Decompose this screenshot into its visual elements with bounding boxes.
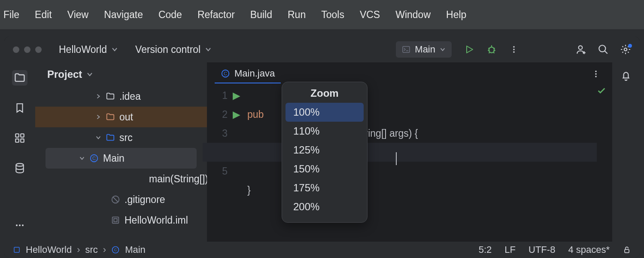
svg-point-4 — [513, 51, 515, 53]
line-number: 1 — [207, 86, 228, 105]
chevron-down-icon — [205, 46, 212, 53]
svg-rect-11 — [21, 139, 24, 142]
zoom-option-110[interactable]: 110% — [286, 122, 364, 141]
editor-tab-more-icon[interactable] — [592, 70, 600, 78]
tab-main-java[interactable]: C Main.java — [215, 64, 281, 83]
notifications-icon[interactable] — [620, 70, 632, 81]
zoom-option-100[interactable]: 100% — [286, 103, 364, 122]
zoom-option-150[interactable]: 150% — [286, 160, 364, 178]
menu-edit[interactable]: Edit — [35, 9, 52, 21]
project-name: HelloWorld — [59, 44, 107, 55]
line-number: 4 — [207, 143, 228, 162]
database-tool-button[interactable] — [12, 160, 27, 176]
menu-vcs[interactable]: VCS — [360, 9, 380, 21]
menu-window[interactable]: Window — [395, 9, 431, 21]
bookmarks-tool-button[interactable] — [12, 100, 27, 116]
svg-rect-21 — [112, 217, 119, 224]
svg-text:C: C — [224, 71, 227, 76]
tree-item-src[interactable]: src — [35, 127, 207, 148]
minimize-icon[interactable] — [24, 46, 30, 53]
line-number: 2 — [207, 105, 228, 124]
code-area[interactable]: 1 2 3 4 5 ▶ ▶ pub n { c void main(String… — [207, 86, 612, 242]
indent[interactable]: 4 spaces* — [568, 244, 610, 255]
project-panel-title: Project — [47, 68, 82, 80]
more-tools-icon[interactable] — [12, 218, 27, 233]
svg-point-5 — [579, 46, 583, 49]
zoom-option-200[interactable]: 200% — [286, 197, 364, 216]
run-config-dropdown[interactable]: Main — [396, 41, 452, 58]
titlebar: HelloWorld Version control Main — [4, 37, 640, 62]
menu-tools[interactable]: Tools — [321, 9, 344, 21]
chevron-down-icon — [440, 46, 446, 52]
gutter: 1 2 3 4 5 — [207, 86, 233, 242]
svg-rect-0 — [403, 46, 410, 52]
lock-icon[interactable] — [623, 246, 631, 254]
line-ending[interactable]: LF — [504, 244, 516, 255]
svg-rect-28 — [14, 247, 19, 252]
tab-label: Main.java — [234, 68, 275, 79]
run-button[interactable] — [464, 44, 475, 55]
project-tool-button[interactable] — [12, 70, 27, 86]
project-panel: Project .idea out — [35, 62, 207, 242]
line-number: 5 — [207, 162, 228, 181]
zoom-option-175[interactable]: 175% — [286, 178, 364, 197]
menu-run[interactable]: Run — [288, 9, 306, 21]
debug-button[interactable] — [486, 44, 497, 55]
menu-navigate[interactable]: Navigate — [104, 9, 143, 21]
more-actions-icon[interactable] — [508, 44, 519, 55]
zoom-title: Zoom — [286, 87, 364, 99]
svg-point-2 — [513, 46, 515, 48]
svg-point-6 — [599, 45, 605, 52]
search-icon[interactable] — [598, 44, 609, 55]
chevron-down-icon — [86, 71, 93, 78]
project-panel-header[interactable]: Project — [35, 62, 207, 86]
settings-icon[interactable] — [620, 44, 631, 55]
encoding[interactable]: UTF-8 — [529, 244, 555, 255]
vcs-dropdown[interactable]: Version control — [135, 44, 212, 55]
editor-tabs: C Main.java — [207, 62, 612, 86]
svg-text:C: C — [114, 248, 117, 252]
tree-label: main(String[]): — [149, 173, 207, 185]
project-dropdown[interactable]: HelloWorld — [59, 44, 118, 55]
line-number: 3 — [207, 124, 228, 143]
breadcrumb[interactable]: HelloWorld › src › C Main — [13, 244, 146, 255]
breadcrumb-segment: HelloWorld — [26, 244, 72, 255]
tree-item-iml[interactable]: HelloWorld.iml — [35, 210, 207, 230]
tree-item-out[interactable]: out — [35, 107, 207, 127]
run-gutter: ▶ ▶ — [233, 86, 247, 242]
menu-build[interactable]: Build — [250, 9, 272, 21]
svg-point-26 — [595, 73, 597, 75]
menu-code[interactable]: Code — [158, 9, 182, 21]
terminal-icon — [402, 45, 410, 54]
menu-file[interactable]: File — [3, 9, 19, 21]
zoom-option-125[interactable]: 125% — [286, 141, 364, 160]
svg-point-25 — [595, 71, 597, 72]
code-with-me-icon[interactable] — [575, 44, 586, 55]
menu-refactor[interactable]: Refactor — [197, 9, 235, 21]
menu-help[interactable]: Help — [446, 9, 466, 21]
svg-rect-31 — [625, 249, 629, 253]
tree-item-mainfn[interactable]: m main(String[]): — [35, 169, 207, 189]
menu-view[interactable]: View — [67, 9, 88, 21]
editor: C Main.java 1 2 3 4 5 ▶ ▶ — [207, 62, 612, 242]
tree-item-main[interactable]: C Main — [46, 148, 197, 169]
tree-item-idea[interactable]: .idea — [35, 86, 207, 107]
close-icon[interactable] — [13, 46, 19, 53]
svg-rect-10 — [15, 139, 19, 142]
inspection-ok-icon[interactable] — [597, 86, 606, 242]
svg-point-27 — [595, 76, 597, 77]
maximize-icon[interactable] — [35, 46, 42, 53]
caret-position[interactable]: 5:2 — [479, 244, 492, 255]
svg-point-14 — [19, 224, 21, 226]
svg-point-13 — [16, 224, 18, 226]
tree-item-gitignore[interactable]: .gitignore — [35, 189, 207, 210]
run-config-name: Main — [415, 44, 435, 55]
structure-tool-button[interactable] — [12, 130, 27, 146]
svg-point-7 — [624, 48, 627, 51]
zoom-popup: Zoom 100% 110% 125% 150% 175% 200% — [282, 82, 368, 223]
project-tree: .idea out src C Main m — [35, 86, 207, 242]
svg-rect-9 — [21, 134, 24, 137]
tree-label: HelloWorld.iml — [125, 215, 188, 226]
window-controls[interactable] — [13, 46, 42, 53]
svg-rect-22 — [114, 218, 117, 221]
